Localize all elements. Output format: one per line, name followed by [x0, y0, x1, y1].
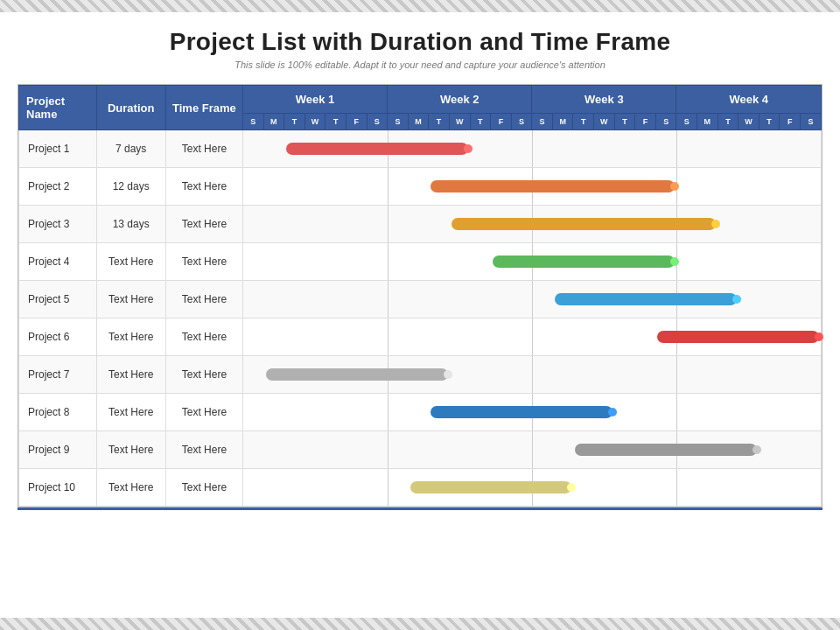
table-row: Project 7Text HereText Here: [19, 356, 822, 394]
project-timeframe: Text Here: [165, 130, 242, 168]
gantt-bar: [266, 368, 448, 381]
table-row: Project 8Text HereText Here: [19, 394, 822, 431]
project-timeframe: Text Here: [165, 394, 242, 431]
table-row: Project 6Text HereText Here: [19, 318, 822, 356]
gantt-bar: [410, 481, 572, 494]
day-col-24: W: [738, 114, 760, 130]
gantt-container: [243, 168, 821, 205]
gantt-container: [243, 394, 821, 430]
bottom-stripe: [0, 618, 840, 630]
week-separator: [388, 281, 388, 318]
gantt-cell: [242, 168, 821, 206]
day-col-18: T: [614, 114, 635, 130]
subtitle: This slide is 100% editable. Adapt it to…: [0, 60, 840, 70]
day-col-2: T: [284, 114, 305, 130]
week-separator: [388, 469, 388, 506]
day-col-1: M: [263, 114, 284, 130]
col-week1: Week 1: [242, 86, 387, 114]
project-name: Project 2: [19, 168, 97, 206]
gantt-cell: [242, 243, 821, 281]
table-wrap: Project Name Duration Time Frame Week 1 …: [18, 84, 822, 508]
top-stripe: [0, 0, 840, 12]
header-row-weeks: Project Name Duration Time Frame Week 1 …: [19, 86, 822, 114]
gantt-table: Project Name Duration Time Frame Week 1 …: [18, 85, 822, 507]
col-week2: Week 2: [388, 86, 532, 114]
day-col-6: S: [367, 114, 388, 130]
project-timeframe: Text Here: [165, 431, 242, 469]
day-col-5: F: [346, 114, 367, 130]
table-row: Project 10Text HereText Here: [19, 469, 822, 507]
day-col-12: F: [491, 114, 512, 130]
gantt-cell: [242, 206, 821, 243]
project-duration: Text Here: [96, 356, 165, 394]
header-section: Project List with Duration and Time Fram…: [0, 12, 840, 74]
week-separator: [676, 394, 677, 430]
day-col-21: S: [676, 114, 697, 130]
day-col-0: S: [242, 114, 263, 130]
day-col-19: F: [635, 114, 656, 130]
gantt-bar: [430, 406, 612, 418]
main-title: Project List with Duration and Time Fram…: [0, 28, 840, 56]
day-col-10: W: [449, 114, 470, 130]
day-col-26: F: [780, 114, 801, 130]
gantt-cell: [242, 394, 821, 431]
gantt-container: [243, 431, 821, 468]
table-row: Project 4Text HereText Here: [19, 243, 822, 281]
week-separator: [388, 431, 388, 468]
project-name: Project 6: [19, 318, 97, 356]
day-col-22: M: [697, 114, 718, 130]
day-col-25: T: [759, 114, 780, 130]
project-name: Project 5: [19, 281, 97, 318]
table-row: Project 17 daysText Here: [19, 130, 822, 168]
project-name: Project 9: [19, 431, 97, 469]
gantt-container: [243, 356, 821, 393]
project-name: Project 8: [19, 394, 97, 431]
gantt-cell: [242, 281, 821, 318]
day-col-3: W: [304, 114, 326, 130]
week-separator: [388, 243, 388, 280]
col-duration: Duration: [96, 86, 165, 130]
day-col-9: T: [429, 114, 450, 130]
gantt-body: Project 17 daysText HereProject 212 days…: [19, 130, 822, 507]
day-col-16: T: [573, 114, 594, 130]
gantt-bar: [286, 143, 468, 155]
bottom-border: [18, 508, 822, 510]
gantt-bar: [555, 293, 737, 305]
week-separator: [532, 356, 533, 393]
gantt-container: [243, 130, 821, 167]
project-timeframe: Text Here: [165, 281, 242, 318]
gantt-container: [243, 243, 821, 280]
project-timeframe: Text Here: [165, 469, 242, 507]
project-duration: Text Here: [96, 281, 165, 318]
project-timeframe: Text Here: [165, 168, 242, 206]
week-separator: [676, 469, 677, 506]
week-separator: [532, 431, 533, 468]
gantt-cell: [242, 130, 821, 168]
project-duration: Text Here: [96, 431, 165, 469]
col-week4: Week 4: [676, 86, 822, 114]
project-duration: Text Here: [96, 394, 165, 431]
week-separator: [676, 130, 677, 167]
table-row: Project 5Text HereText Here: [19, 281, 822, 318]
day-col-4: T: [326, 114, 346, 130]
day-col-14: S: [532, 114, 553, 130]
week-separator: [676, 356, 677, 393]
week-separator: [532, 281, 533, 318]
gantt-container: [243, 469, 821, 506]
day-col-15: M: [552, 114, 573, 130]
day-col-11: T: [470, 114, 491, 130]
gantt-container: [243, 206, 821, 242]
project-name: Project 3: [19, 206, 97, 243]
project-duration: 13 days: [96, 206, 165, 243]
day-col-20: S: [655, 114, 676, 130]
project-timeframe: Text Here: [165, 243, 242, 281]
gantt-cell: [242, 356, 821, 394]
project-timeframe: Text Here: [165, 318, 242, 356]
gantt-cell: [242, 431, 821, 469]
page: Project List with Duration and Time Fram…: [0, 0, 840, 630]
gantt-cell: [242, 318, 821, 356]
project-duration: Text Here: [96, 243, 165, 281]
project-duration: Text Here: [96, 318, 165, 356]
project-duration: Text Here: [96, 469, 165, 507]
project-duration: 7 days: [96, 130, 165, 168]
